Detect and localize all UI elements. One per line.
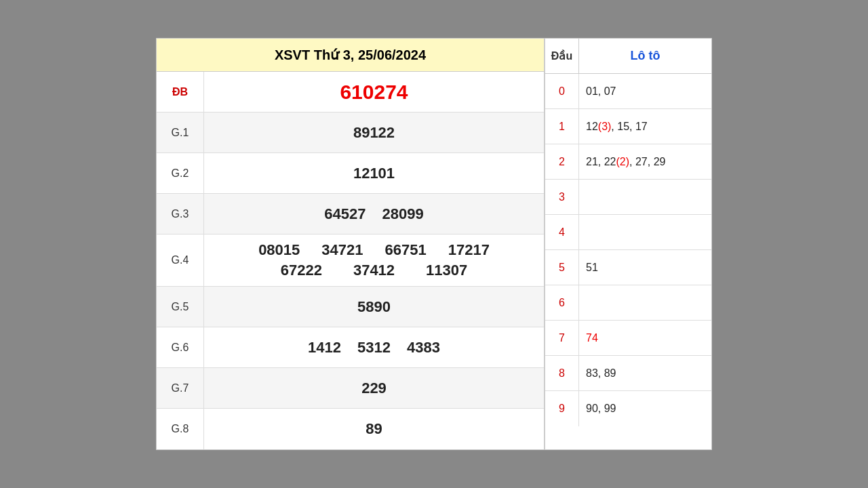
table-row: G.189122 <box>157 113 544 153</box>
loto-row: 6 <box>545 285 711 321</box>
grade-label-db: ĐB <box>157 72 204 112</box>
loto-values: 21, 22(2), 27, 29 <box>579 152 711 171</box>
results-table: XSVT Thứ 3, 25/06/2024 ĐB610274G.189122G… <box>157 39 545 449</box>
loto-value-part: 01, 07 <box>586 85 616 98</box>
number: 64527 <box>319 205 371 223</box>
number: 12101 <box>348 165 400 182</box>
loto-value-part: 51 <box>586 262 598 274</box>
loto-values: 12(3), 15, 17 <box>579 117 711 136</box>
loto-value-part: 12 <box>586 121 598 133</box>
grade-label-g4: G.4 <box>157 235 204 286</box>
numbers-cell-g3: 6452728099 <box>204 199 544 230</box>
loto-index: 8 <box>545 356 579 390</box>
number: 28099 <box>377 205 429 223</box>
number: 5890 <box>352 298 396 316</box>
table-row: ĐB610274 <box>157 72 544 113</box>
number: 66751 <box>380 241 432 259</box>
loto-index: 6 <box>545 285 579 320</box>
grade-label-g5: G.5 <box>157 287 204 327</box>
table-row: G.408015347216675117217672223741211307 <box>157 235 544 287</box>
numbers-cell-g4: 08015347216675117217672223741211307 <box>204 235 544 286</box>
number: 89 <box>360 420 387 438</box>
number: 37412 <box>348 262 400 279</box>
table-row: G.55890 <box>157 287 544 327</box>
loto-index: 0 <box>545 74 579 108</box>
grade-label-g7: G.7 <box>157 368 204 408</box>
loto-values <box>579 300 711 306</box>
loto-index: 2 <box>545 144 579 179</box>
loto-row: 774 <box>545 321 711 356</box>
table-row: G.212101 <box>157 153 544 194</box>
grade-label-g2: G.2 <box>157 153 204 193</box>
loto-row: 3 <box>545 180 711 215</box>
table-title: XSVT Thứ 3, 25/06/2024 <box>275 47 426 62</box>
loto-index: 4 <box>545 215 579 249</box>
number: 34721 <box>316 241 368 259</box>
table-row: G.889 <box>157 409 544 449</box>
loto-index: 3 <box>545 180 579 214</box>
main-container: XSVT Thứ 3, 25/06/2024 ĐB610274G.189122G… <box>156 38 712 450</box>
number: 08015 <box>253 241 305 259</box>
number: 4383 <box>401 339 446 357</box>
loto-values: 51 <box>579 258 711 277</box>
loto-table: Đầu Lô tô 001, 07112(3), 15, 17221, 22(2… <box>545 39 711 449</box>
number: 17217 <box>443 241 495 259</box>
loto-value-part: 83, 89 <box>586 367 616 380</box>
grade-label-g8: G.8 <box>157 409 204 449</box>
loto-values <box>579 229 711 236</box>
loto-row: 221, 22(2), 27, 29 <box>545 144 711 180</box>
loto-value-part: 90, 99 <box>586 403 616 415</box>
col-dau-header: Đầu <box>545 39 579 73</box>
loto-value-part: 74 <box>586 332 598 344</box>
grade-label-g6: G.6 <box>157 327 204 367</box>
loto-index: 1 <box>545 109 579 144</box>
table-header: XSVT Thứ 3, 25/06/2024 <box>157 39 544 72</box>
loto-values: 90, 99 <box>579 399 711 418</box>
loto-value-part: 21, 22 <box>586 156 616 168</box>
loto-values <box>579 194 711 201</box>
numbers-cell-g5: 5890 <box>204 291 544 323</box>
loto-values: 01, 07 <box>579 82 711 101</box>
loto-row: 001, 07 <box>545 74 711 109</box>
numbers-cell-g2: 12101 <box>204 158 544 189</box>
number: 67222 <box>275 262 328 279</box>
table-row: G.6141253124383 <box>157 327 544 368</box>
loto-value-part: , 27, 29 <box>629 156 665 168</box>
table-row: G.36452728099 <box>157 194 544 235</box>
number: 1412 <box>302 339 347 357</box>
loto-row: 990, 99 <box>545 391 711 426</box>
number: 11307 <box>420 262 473 279</box>
numbers-cell-g7: 229 <box>204 373 544 404</box>
numbers-cell-g8: 89 <box>204 413 544 445</box>
grade-label-g1: G.1 <box>157 113 204 152</box>
loto-header: Đầu Lô tô <box>545 39 711 74</box>
number: 229 <box>356 380 392 397</box>
loto-value-part: (3) <box>598 121 612 133</box>
grade-label-g3: G.3 <box>157 194 204 234</box>
col-loto-header: Lô tô <box>579 49 711 63</box>
number: 610274 <box>334 81 413 104</box>
numbers-cell-db: 610274 <box>204 74 544 110</box>
number: 5312 <box>352 339 396 357</box>
loto-index: 5 <box>545 250 579 285</box>
numbers-cell-g6: 141253124383 <box>204 332 544 363</box>
loto-values: 83, 89 <box>579 364 711 383</box>
loto-row: 112(3), 15, 17 <box>545 109 711 144</box>
loto-index: 7 <box>545 321 579 355</box>
loto-row: 4 <box>545 215 711 250</box>
number: 89122 <box>348 124 400 142</box>
loto-values: 74 <box>579 329 711 348</box>
loto-row: 883, 89 <box>545 356 711 391</box>
loto-value-part: , 15, 17 <box>611 121 647 133</box>
loto-index: 9 <box>545 391 579 426</box>
numbers-cell-g1: 89122 <box>204 117 544 148</box>
loto-value-part: (2) <box>616 156 629 168</box>
loto-row: 551 <box>545 250 711 285</box>
table-row: G.7229 <box>157 368 544 409</box>
